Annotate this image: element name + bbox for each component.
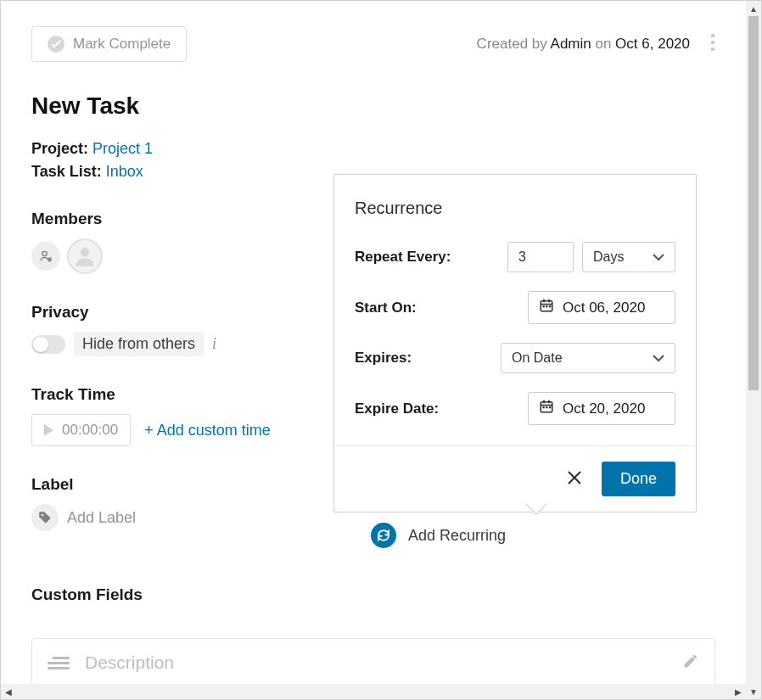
close-button[interactable] — [566, 469, 583, 490]
recurring-row: Add Recurring — [371, 523, 715, 548]
scroll-left-arrow[interactable]: ◀ — [1, 684, 16, 699]
svg-point-1 — [711, 41, 715, 45]
svg-rect-18 — [543, 406, 545, 408]
mark-complete-label: Mark Complete — [73, 36, 171, 53]
recurrence-popup-body: Recurrence Repeat Every: Days — [334, 175, 696, 445]
expire-date-label: Expire Date: — [355, 400, 439, 417]
recurrence-title: Recurrence — [355, 199, 675, 218]
svg-point-5 — [81, 248, 90, 257]
more-menu-button[interactable] — [710, 33, 715, 55]
repeat-unit-value: Days — [593, 249, 624, 265]
svg-point-3 — [42, 251, 47, 255]
time-display[interactable]: 00:00:00 — [31, 414, 131, 446]
info-icon[interactable]: i — [212, 335, 216, 353]
add-label-placeholder[interactable]: Add Label — [67, 509, 136, 527]
project-link[interactable]: Project 1 — [92, 140, 153, 157]
svg-rect-11 — [543, 305, 545, 307]
scroll-thumb[interactable] — [748, 16, 759, 390]
add-custom-time-link[interactable]: + Add custom time — [144, 422, 271, 440]
expire-date-value: Oct 20, 2020 — [563, 400, 645, 417]
recurring-icon[interactable] — [371, 523, 396, 548]
task-detail-page: Mark Complete Created by Admin on Oct 6,… — [1, 1, 746, 684]
tasklist-link[interactable]: Inbox — [106, 163, 143, 180]
scroll-right-arrow[interactable]: ▶ — [731, 684, 746, 699]
start-date-input[interactable]: Oct 06, 2020 — [528, 291, 675, 324]
description-placeholder: Description — [85, 652, 174, 673]
scroll-up-arrow[interactable]: ▲ — [746, 1, 761, 16]
custom-fields-heading: Custom Fields — [31, 585, 715, 604]
vertical-scrollbar[interactable]: ▲ ▼ — [746, 1, 761, 699]
created-prefix: Created by — [477, 36, 551, 52]
svg-point-0 — [711, 34, 715, 38]
created-on-word: on — [591, 36, 615, 52]
repeat-row: Repeat Every: Days — [355, 242, 675, 272]
description-icon — [48, 654, 70, 672]
avatar[interactable] — [67, 238, 103, 274]
hide-from-others-label: Hide from others — [74, 332, 204, 356]
time-value: 00:00:00 — [62, 422, 118, 439]
check-circle-icon — [48, 36, 64, 53]
mark-complete-button[interactable]: Mark Complete — [31, 26, 187, 62]
expire-date-row: Expire Date: Oct 20, 2020 — [355, 392, 675, 425]
svg-rect-13 — [549, 305, 551, 307]
chevron-down-icon — [653, 350, 664, 366]
chevron-down-icon — [653, 249, 664, 265]
edit-icon[interactable] — [682, 652, 699, 673]
svg-rect-12 — [546, 305, 547, 307]
expires-select[interactable]: On Date — [501, 343, 675, 373]
repeat-unit-select[interactable]: Days — [582, 242, 675, 272]
calendar-icon — [539, 298, 554, 317]
svg-rect-16 — [543, 400, 545, 404]
svg-rect-17 — [548, 400, 550, 404]
recurrence-popup: Recurrence Repeat Every: Days — [333, 174, 697, 512]
expire-date-input[interactable]: Oct 20, 2020 — [528, 392, 675, 425]
horizontal-scrollbar[interactable]: ◀ ▶ — [1, 684, 746, 699]
content-area: Mark Complete Created by Admin on Oct 6,… — [1, 1, 746, 684]
done-button[interactable]: Done — [602, 462, 675, 496]
svg-point-6 — [42, 514, 43, 516]
start-on-label: Start On: — [355, 300, 417, 316]
description-box[interactable]: Description — [31, 638, 715, 684]
project-row: Project: Project 1 — [31, 140, 715, 158]
add-recurring-link[interactable]: Add Recurring — [408, 527, 506, 545]
start-on-row: Start On: Oct 06, 2020 — [355, 291, 675, 324]
recurrence-popup-footer: Done — [334, 445, 696, 512]
task-title[interactable]: New Task — [31, 92, 715, 120]
created-by-text: Created by Admin on Oct 6, 2020 — [477, 36, 690, 53]
created-user: Admin — [551, 36, 591, 52]
scroll-down-arrow[interactable]: ▼ — [746, 684, 761, 699]
privacy-toggle[interactable] — [31, 335, 65, 354]
start-date-value: Oct 06, 2020 — [563, 300, 645, 316]
expires-value: On Date — [512, 350, 563, 366]
svg-rect-19 — [546, 406, 547, 408]
tasklist-label: Task List: — [31, 163, 102, 180]
expires-row: Expires: On Date — [355, 343, 675, 373]
repeat-value-input[interactable] — [507, 242, 574, 272]
tag-icon[interactable] — [31, 504, 59, 531]
svg-point-2 — [711, 48, 715, 52]
repeat-label: Repeat Every: — [355, 249, 451, 266]
project-label: Project: — [31, 140, 88, 157]
top-bar: Mark Complete Created by Admin on Oct 6,… — [31, 26, 715, 62]
svg-rect-10 — [548, 300, 550, 303]
svg-rect-20 — [549, 406, 551, 408]
expires-label: Expires: — [355, 350, 412, 367]
add-member-button[interactable] — [31, 242, 60, 271]
calendar-icon — [539, 399, 554, 418]
svg-rect-9 — [543, 300, 545, 303]
created-date: Oct 6, 2020 — [615, 36, 690, 52]
play-icon — [44, 424, 53, 436]
app-window: Mark Complete Created by Admin on Oct 6,… — [0, 0, 762, 700]
